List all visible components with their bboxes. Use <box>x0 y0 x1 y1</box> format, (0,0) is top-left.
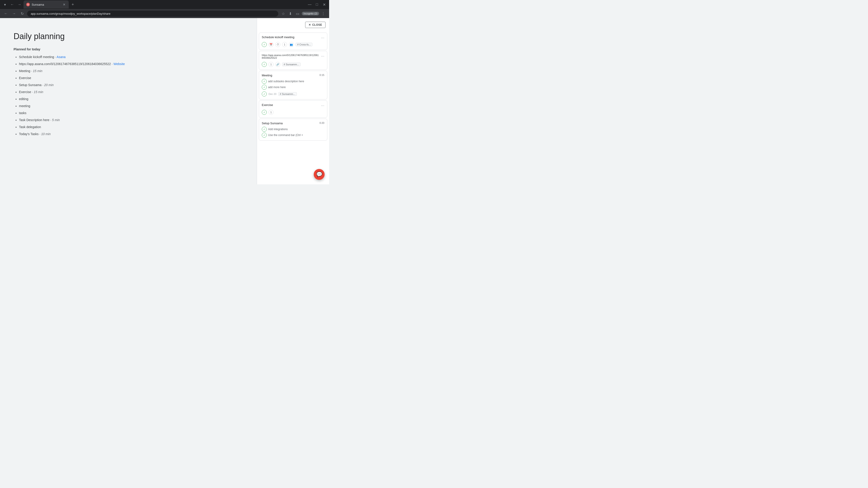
task-text: Today's Tasks · <box>19 132 41 136</box>
task-duration: 20 min <box>44 83 54 87</box>
task-link-website[interactable]: Website <box>114 62 125 66</box>
task-card-title: Meeting <box>262 74 320 77</box>
task-text: meeting <box>19 104 30 108</box>
back-button[interactable]: ← <box>9 1 16 8</box>
subtask-complete-icon[interactable]: ✓ <box>262 79 267 84</box>
forward-button[interactable]: → <box>16 1 23 8</box>
task-card-header: Exercise ··· <box>262 103 324 108</box>
list-item: editing <box>19 97 243 101</box>
right-panel: ✕ CLOSE Schedule kickoff meeting ··· ✓ 📅… <box>257 18 329 184</box>
tab-close-button[interactable]: ✕ <box>62 2 66 7</box>
address-bar[interactable]: app.sunsama.com/group/moodjoy_workspace/… <box>27 11 278 17</box>
subtask-text: Use the command bar (Ctrl + <box>268 133 303 137</box>
minimize-button[interactable]: — <box>307 1 313 8</box>
subtask-item: ✓ add subtasks description here <box>262 79 324 84</box>
tab-title: Sunsama <box>32 3 61 6</box>
page-reload-button[interactable]: ↻ <box>19 10 25 17</box>
count-icon[interactable]: 1 <box>282 42 287 47</box>
task-text: editing <box>19 97 28 101</box>
fab-icon: 💬 <box>316 171 322 177</box>
task-card: Setup Sunsama 0:20 ✓ Add integrations ✓ … <box>259 119 327 140</box>
tag-badge: # Sunsamm... <box>278 92 297 96</box>
task-text: Exercise <box>19 76 31 80</box>
task-card-title: https://app.asana.com/0/1206174676385119… <box>262 54 321 59</box>
main-layout: Daily planning Planned for today Schedul… <box>0 18 329 184</box>
list-item: Meeting · 15 min <box>19 69 243 73</box>
task-url-text: https://app.asana.com/0/1206174676385119… <box>19 62 114 66</box>
task-text: Schedule kickoff meeting · <box>19 55 57 59</box>
task-card-menu-button[interactable]: ··· <box>321 103 324 108</box>
download-button[interactable]: ⬇ <box>287 10 293 17</box>
task-text: tasks <box>19 111 26 115</box>
task-card-menu-button[interactable]: ··· <box>321 35 324 40</box>
task-duration: 5 min <box>52 118 60 122</box>
tag-badge: # Cross-fu... <box>296 43 312 46</box>
task-text: Meeting · <box>19 69 33 73</box>
incognito-badge[interactable]: Incognito (2) <box>302 12 319 15</box>
task-card: Exercise ··· ✓ 1 <box>259 100 327 118</box>
bookmark-button[interactable]: ☆ <box>280 10 286 17</box>
task-card-header: Meeting 0:15 <box>262 74 324 77</box>
count-icon[interactable]: 1 <box>269 110 274 115</box>
task-card-icons: ✓ 1 <box>262 110 324 115</box>
browser-layout-button[interactable]: ▭ <box>294 10 301 17</box>
page-back-button[interactable]: ← <box>3 10 9 17</box>
time-icon[interactable]: ⏱ <box>275 42 280 47</box>
task-card: https://app.asana.com/0/1206174676385119… <box>259 51 327 70</box>
count-icon[interactable]: 1 <box>269 62 274 67</box>
list-item: Exercise <box>19 76 243 80</box>
complete-icon[interactable]: ✓ <box>262 110 267 115</box>
page-title: Daily planning <box>13 32 243 41</box>
panel-body: Schedule kickoff meeting ··· ✓ 📅 ⏱ 1 👥 #… <box>257 30 329 184</box>
link-icon[interactable]: 🔗 <box>275 62 280 67</box>
new-tab-button[interactable]: + <box>70 1 76 8</box>
task-card-icons: ✓ Dec 20 # Sunsamm... <box>262 92 324 96</box>
list-item: Task delegation <box>19 125 243 129</box>
list-item: meeting <box>19 104 243 108</box>
tab-bar: ▾ ← → S Sunsama ✕ + <box>2 0 305 8</box>
list-item: Task Description here · 5 min <box>19 118 243 123</box>
complete-icon[interactable]: ✓ <box>262 92 267 96</box>
complete-icon[interactable]: ✓ <box>262 62 267 67</box>
close-window-button[interactable]: ✕ <box>321 1 327 8</box>
task-duration: 10 min <box>41 132 51 136</box>
task-card-menu-button[interactable]: ··· <box>321 54 324 59</box>
close-x-icon: ✕ <box>309 23 311 26</box>
task-duration: 15 min <box>33 69 42 73</box>
list-item: Exercise · 15 min <box>19 90 243 94</box>
task-text: Task delegation <box>19 125 41 129</box>
task-card: Meeting 0:15 ✓ add subtasks description … <box>259 71 327 99</box>
panel-header: ✕ CLOSE <box>257 18 329 30</box>
task-list: Schedule kickoff meeting · Asana https:/… <box>13 55 243 136</box>
people-icon[interactable]: 👥 <box>289 42 294 47</box>
list-item: https://app.asana.com/0/1206174676385119… <box>19 62 243 66</box>
close-panel-button[interactable]: ✕ CLOSE <box>305 22 326 28</box>
subtask-item: ✓ Use the command bar (Ctrl + <box>262 133 324 138</box>
calendar-icon[interactable]: 📅 <box>269 42 274 47</box>
task-card-icons: ✓ 1 🔗 # Sunsamm... <box>262 62 324 67</box>
subtask-complete-icon[interactable]: ✓ <box>262 133 267 138</box>
active-tab[interactable]: S Sunsama ✕ <box>24 0 69 8</box>
subtask-complete-icon[interactable]: ✓ <box>262 127 267 132</box>
subtask-complete-icon[interactable]: ✓ <box>262 85 267 90</box>
complete-icon[interactable]: ✓ <box>262 42 267 47</box>
task-date: Dec 20 <box>269 93 276 95</box>
section-label: Planned for today <box>13 47 243 51</box>
task-card-icons: ✓ 📅 ⏱ 1 👥 # Cross-fu... <box>262 42 324 47</box>
fab-button[interactable]: 💬 <box>314 169 324 180</box>
window-controls: — □ ✕ <box>307 1 327 8</box>
profile-menu-button[interactable]: ▾ <box>2 1 8 8</box>
subtask-text: add more here <box>268 86 286 89</box>
task-card-header: Schedule kickoff meeting ··· <box>262 35 324 40</box>
task-link-asana[interactable]: Asana <box>57 55 66 59</box>
list-item: tasks <box>19 111 243 116</box>
subtask-item: ✓ Add integrations <box>262 127 324 132</box>
browser-chrome: ▾ ← → S Sunsama ✕ + — □ ✕ <box>0 0 329 9</box>
task-card-header: https://app.asana.com/0/1206174676385119… <box>262 54 324 60</box>
maximize-button[interactable]: □ <box>314 1 320 8</box>
more-options-button[interactable]: ⋮ <box>320 10 327 17</box>
task-card: Schedule kickoff meeting ··· ✓ 📅 ⏱ 1 👥 #… <box>259 33 327 50</box>
page-forward-button[interactable]: → <box>11 10 17 17</box>
url-text: app.sunsama.com/group/moodjoy_workspace/… <box>31 12 111 15</box>
tab-favicon: S <box>26 3 30 6</box>
